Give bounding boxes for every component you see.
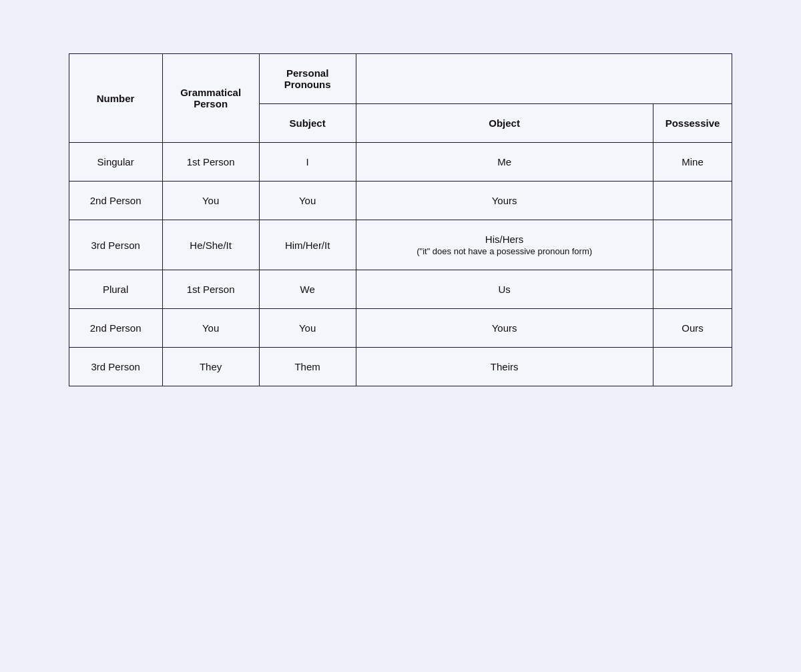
cell-gram-1st-singular: 1st Person xyxy=(162,143,259,182)
header-empty-top xyxy=(356,54,732,104)
cell-subject-them: Them xyxy=(259,348,356,386)
table-row: Plural 1st Person We Us xyxy=(69,270,732,309)
cell-subject-i: I xyxy=(259,143,356,182)
cell-subject-you-plural: You xyxy=(259,309,356,348)
cell-object-us: Us xyxy=(356,270,653,309)
cell-subject-you-singular: You xyxy=(259,182,356,220)
cell-gram-hesheit: He/She/It xyxy=(162,220,259,270)
cell-poss-ours: Ours xyxy=(653,309,732,348)
cell-poss-empty-3rd-plural xyxy=(653,348,732,386)
header-number: Number xyxy=(69,54,162,143)
table-wrapper: Number Grammatical Person Personal Prono… xyxy=(69,53,733,386)
cell-poss-empty-2nd-singular xyxy=(653,182,732,220)
table-row: Singular 1st Person I Me Mine xyxy=(69,143,732,182)
pronouns-table: Number Grammatical Person Personal Prono… xyxy=(69,53,733,386)
cell-object-theirs: Theirs xyxy=(356,348,653,386)
his-hers-text: His/Hers xyxy=(485,234,524,245)
cell-poss-empty-3rd-singular xyxy=(653,220,732,270)
cell-object-yours-singular: Yours xyxy=(356,182,653,220)
cell-number-2nd-singular: 2nd Person xyxy=(69,182,162,220)
header-personal-pronouns: Personal Pronouns xyxy=(259,54,356,104)
cell-object-me: Me xyxy=(356,143,653,182)
cell-gram-you-singular: You xyxy=(162,182,259,220)
table-row: 2nd Person You You Yours xyxy=(69,182,732,220)
table-row: 3rd Person He/She/It Him/Her/It His/Hers… xyxy=(69,220,732,270)
header-object: Object xyxy=(356,104,653,143)
cell-number-2nd-plural: 2nd Person xyxy=(69,309,162,348)
cell-object-hishers: His/Hers ("it" does not have a posessive… xyxy=(356,220,653,270)
table-row: 2nd Person You You Yours Ours xyxy=(69,309,732,348)
header-possessive: Possessive xyxy=(653,104,732,143)
cell-subject-himherit: Him/Her/It xyxy=(259,220,356,270)
cell-number-singular: Singular xyxy=(69,143,162,182)
cell-gram-1st-plural: 1st Person xyxy=(162,270,259,309)
it-note: ("it" does not have a posessive pronoun … xyxy=(417,246,592,256)
cell-subject-we: We xyxy=(259,270,356,309)
cell-poss-mine: Mine xyxy=(653,143,732,182)
table-row: 3rd Person They Them Theirs xyxy=(69,348,732,386)
cell-gram-they: They xyxy=(162,348,259,386)
cell-number-3rd-plural: 3rd Person xyxy=(69,348,162,386)
cell-object-yours-plural: Yours xyxy=(356,309,653,348)
cell-number-3rd-singular: 3rd Person xyxy=(69,220,162,270)
cell-number-plural: Plural xyxy=(69,270,162,309)
header-row-1: Number Grammatical Person Personal Prono… xyxy=(69,54,732,104)
cell-poss-empty-plural-1st xyxy=(653,270,732,309)
header-subject: Subject xyxy=(259,104,356,143)
cell-gram-you-plural: You xyxy=(162,309,259,348)
header-grammatical-person: Grammatical Person xyxy=(162,54,259,143)
